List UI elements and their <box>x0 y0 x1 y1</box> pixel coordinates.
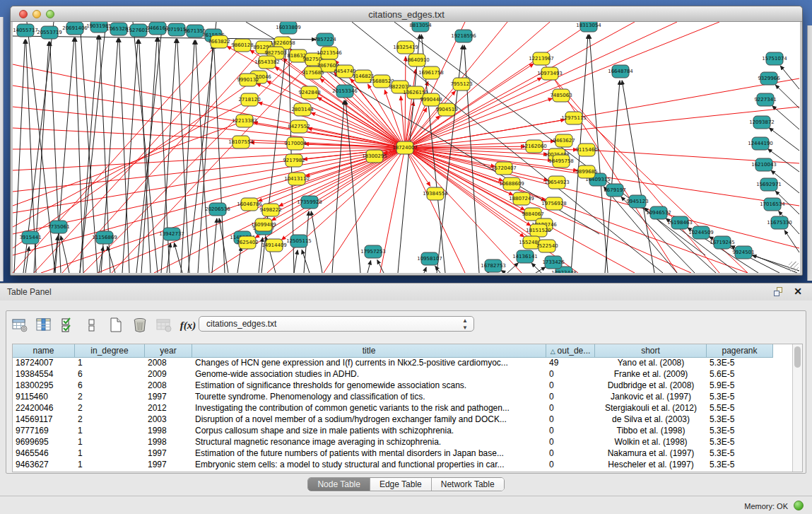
network-node[interactable]: 15692971 <box>756 178 782 191</box>
network-node[interactable]: 1733426 <box>542 256 565 269</box>
network-node[interactable]: 10688609 <box>499 177 524 190</box>
network-node[interactable]: 9899685 <box>575 165 597 178</box>
network-node[interactable]: 17016534 <box>760 198 785 211</box>
table-scrollbar[interactable] <box>792 344 802 472</box>
function-builder-icon[interactable]: f(x) <box>179 316 197 334</box>
network-node[interactable]: 12213967 <box>529 52 554 65</box>
network-node[interactable]: 9175685 <box>302 66 324 79</box>
network-node[interactable]: 19218596 <box>451 30 476 42</box>
network-node[interactable]: 10958107 <box>417 252 442 265</box>
column-header-short[interactable]: short <box>595 344 707 358</box>
network-node[interactable]: 9945123 <box>626 195 648 208</box>
network-node[interactable]: 2803144 <box>291 103 314 116</box>
network-node[interactable]: 7857224 <box>314 33 336 46</box>
column-header-year[interactable]: year <box>145 344 192 358</box>
network-node[interactable]: 9860128 <box>231 39 253 52</box>
column-header-out-de-[interactable]: △out_de... <box>546 344 595 358</box>
network-node[interactable]: 9904519 <box>435 103 457 116</box>
network-node[interactable]: 9463627 <box>553 134 575 147</box>
network-node[interactable]: 9217982 <box>283 154 305 167</box>
network-node[interactable]: 9924501 <box>732 246 754 259</box>
import-table-disabled-icon[interactable] <box>155 316 173 334</box>
network-node[interactable]: 7522540 <box>536 240 558 252</box>
table-row[interactable]: 977716911998Corpus callosum shape and si… <box>13 426 794 437</box>
network-node[interactable]: 10413110 <box>284 173 310 185</box>
select-rows-icon[interactable] <box>59 316 77 334</box>
network-node[interactable]: 8427552 <box>288 120 310 133</box>
delete-column-icon[interactable] <box>131 316 149 334</box>
network-node[interactable]: 18807249 <box>509 192 534 205</box>
show-columns-icon[interactable] <box>35 316 53 334</box>
network-node[interactable]: 12213383 <box>232 115 257 127</box>
network-node[interactable]: 11156869 <box>92 231 117 244</box>
network-node[interactable]: 18107554 <box>228 136 254 148</box>
table-row[interactable]: 1830029562008Estimation of significance … <box>13 380 794 392</box>
network-node[interactable]: 16961758 <box>418 66 444 79</box>
table-scrollbar-thumb[interactable] <box>794 346 801 368</box>
right-panel-edge[interactable] <box>807 25 812 281</box>
column-header-name[interactable]: name <box>13 344 75 358</box>
new-column-icon[interactable] <box>107 316 125 334</box>
network-node[interactable]: 9329966 <box>758 72 780 85</box>
table-row[interactable]: 946362711997Embryonic stem cells: a mode… <box>13 460 794 471</box>
window-resize-grip[interactable] <box>789 262 799 271</box>
network-node[interactable]: 9170004 <box>284 137 307 150</box>
network-node[interactable]: 16782753 <box>481 259 506 272</box>
network-node[interactable]: 7485063 <box>550 89 572 102</box>
network-node[interactable]: 9498222 <box>259 204 281 216</box>
table-row[interactable]: 911546021997Tourette syndrome. Phenomeno… <box>13 392 794 403</box>
network-node[interactable]: 17359928 <box>297 196 322 209</box>
network-node[interactable]: 10946532 <box>646 206 671 219</box>
network-node[interactable]: 17957253 <box>360 245 386 258</box>
network-node[interactable]: 2718120 <box>238 93 260 106</box>
network-node[interactable]: 8813054 <box>409 22 432 32</box>
network-node[interactable]: 14055717 <box>13 24 38 37</box>
network-node[interactable]: 13942737 <box>159 228 184 240</box>
network-node[interactable]: 19654923 <box>544 176 570 189</box>
table-selector-dropdown[interactable]: citations_edges.txt ▲▼ <box>199 316 474 332</box>
table-settings-icon[interactable] <box>11 316 29 334</box>
table-row[interactable]: 969969511998Structural magnetic resonanc… <box>13 437 794 448</box>
table-row[interactable]: 946554611997Estimation of the future num… <box>13 448 794 460</box>
network-node[interactable]: 12505115 <box>286 235 312 247</box>
network-node[interactable]: 12444190 <box>748 137 773 150</box>
network-node[interactable]: 14914409 <box>261 239 287 252</box>
network-node[interactable]: 16648784 <box>608 65 633 78</box>
table-row[interactable]: 1456911722003Disruption of a novel membe… <box>13 414 794 426</box>
network-node[interactable]: 9227341 <box>754 93 776 106</box>
tab-node-table[interactable]: Node Table <box>308 478 370 491</box>
network-node[interactable]: 16046786 <box>237 198 262 211</box>
network-node[interactable]: 7625402 <box>236 236 258 249</box>
network-node[interactable]: 3915441 <box>19 231 41 244</box>
row-height-icon[interactable] <box>83 316 101 334</box>
column-header-title[interactable]: title <box>192 344 546 358</box>
network-graph[interactable]: 1405571720553719206914061903198510653287… <box>13 22 800 273</box>
network-node[interactable]: 9242848 <box>298 86 320 99</box>
network-node[interactable]: 16719245 <box>710 236 735 249</box>
table-row[interactable]: 2242004622012Investigating the contribut… <box>13 403 794 414</box>
network-node[interactable]: 11675330 <box>767 216 792 229</box>
network-node[interactable]: 20553719 <box>37 26 62 39</box>
network-node[interactable]: 8679197 <box>604 184 625 197</box>
network-node[interactable]: 9990132 <box>237 74 259 86</box>
close-panel-icon[interactable]: ✕ <box>794 286 802 297</box>
network-node[interactable]: 18640910 <box>404 54 430 66</box>
network-node[interactable]: 15751074 <box>762 52 787 65</box>
network-canvas[interactable]: 1405571720553719206914061903198510653287… <box>13 22 800 273</box>
network-node[interactable]: 15198463 <box>667 216 693 229</box>
column-header-in-degree[interactable]: in_degree <box>75 344 145 358</box>
table-row[interactable]: 1938455462009Genome-wide association stu… <box>13 369 794 380</box>
network-node[interactable]: 7663822 <box>208 35 230 48</box>
left-panel-edge[interactable] <box>0 17 4 281</box>
column-header-pagerank[interactable]: pagerank <box>707 344 773 358</box>
network-node[interactable]: 12093872 <box>749 116 775 129</box>
network-node[interactable]: 19384554 <box>423 187 448 200</box>
network-node[interactable]: 14136141 <box>512 250 538 263</box>
network-node[interactable]: 20691406 <box>62 22 88 35</box>
network-node[interactable]: 16033809 <box>276 22 301 34</box>
network-node[interactable]: 20206536 <box>205 203 230 216</box>
network-node[interactable]: 9990448 <box>420 93 442 106</box>
window-titlebar[interactable]: citations_edges.txt <box>11 6 802 22</box>
network-node[interactable]: 7955123 <box>450 78 472 90</box>
tab-network-table[interactable]: Network Table <box>432 478 504 491</box>
